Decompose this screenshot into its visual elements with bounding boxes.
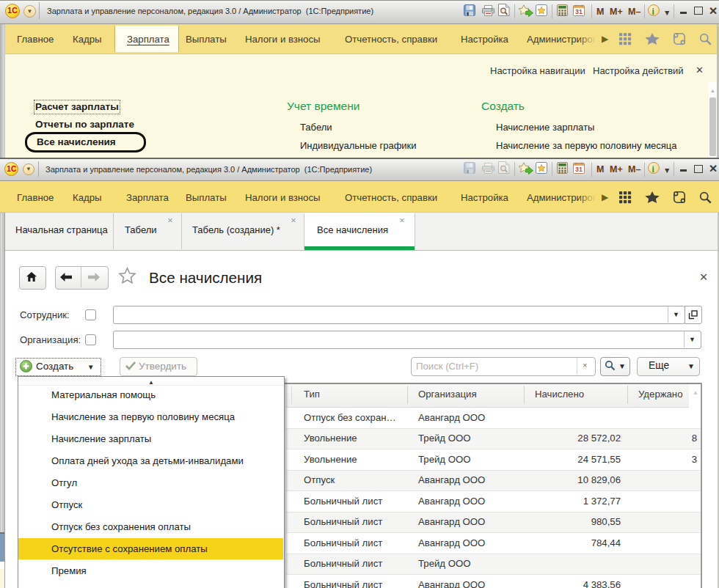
svg-text:31: 31 [575,8,583,15]
svg-text:31: 31 [575,166,583,173]
